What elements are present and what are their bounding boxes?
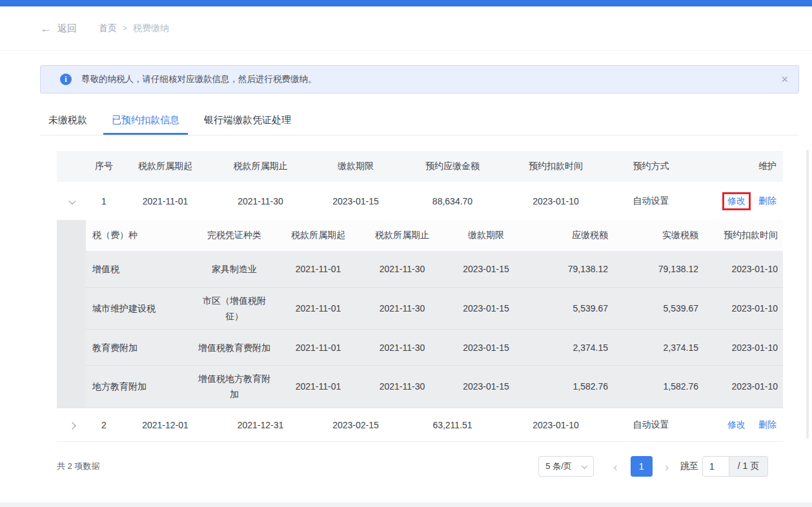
main-table-header: 序号 税款所属期起 税款所属期止 缴款期限 预约应缴金额 预约扣款时间 预约方式… [57, 151, 783, 182]
detail-cell: 2021-11-30 [360, 379, 444, 394]
cell-method: 自动设置 [607, 419, 695, 431]
detail-header-paid: 实缴税额 [612, 230, 702, 241]
cell-deadline: 2023-01-15 [310, 196, 401, 206]
detail-cell: 城市维护建设税 [86, 301, 192, 316]
detail-header-period-end: 税款所属期止 [360, 230, 444, 241]
detail-cell: 2023-01-15 [444, 301, 528, 316]
cell-reserved-amount: 63,211.51 [401, 420, 504, 430]
detail-cell: 2023-01-10 [702, 340, 783, 355]
detail-cell: 2021-11-30 [360, 301, 444, 316]
header-cell-seq: 序号 [88, 161, 120, 172]
breadcrumb-home[interactable]: 首页 [99, 23, 117, 34]
info-alert: i 尊敬的纳税人，请仔细核对应缴款信息，然后进行税费缴纳。 × [40, 65, 799, 94]
detail-row: 教育费附加 增值税教育费附加 2021-11-01 2021-11-30 202… [86, 329, 783, 365]
table-row-2: 2 2021-12-01 2021-12-31 2023-02-15 63,21… [57, 408, 783, 442]
detail-cell: 2021-11-01 [276, 261, 360, 277]
jump-group: / 1 页 [702, 456, 768, 477]
detail-cell: 2021-11-30 [360, 340, 444, 355]
cell-deadline: 2023-02-15 [310, 420, 401, 430]
header-cell-deduct-time: 预约扣款时间 [504, 161, 607, 172]
header-cell-method: 预约方式 [607, 161, 695, 172]
breadcrumb-separator-icon: > [123, 24, 127, 33]
detail-cell: 2021-11-30 [360, 261, 444, 277]
alert-close-icon[interactable]: × [781, 74, 788, 85]
detail-cell: 教育费附加 [86, 340, 192, 355]
page-size-select[interactable]: 5 条/页 [538, 456, 594, 477]
total-count: 共 2 项数据 [57, 461, 99, 472]
main-table: 序号 税款所属期起 税款所属期止 缴款期限 预约应缴金额 预约扣款时间 预约方式… [57, 151, 783, 442]
detail-cell: 2023-01-15 [444, 340, 528, 355]
table-footer: 共 2 项数据 5 条/页 ‹ 1 › 跳至 / 1 页 [57, 456, 768, 477]
detail-cell: 地方教育附加 [86, 379, 192, 394]
cell-period-start: 2021-12-01 [120, 420, 210, 430]
tab-unpaid-taxes[interactable]: 未缴税款 [40, 106, 96, 135]
detail-cell: 5,539.67 [612, 301, 702, 316]
detail-cell: 79,138.12 [612, 261, 702, 277]
edit-highlight-box: 修改 [722, 192, 751, 210]
bottom-edge [0, 502, 812, 507]
detail-row: 地方教育附加 增值税地方教育附加 2021-11-01 2021-11-30 2… [86, 365, 783, 407]
detail-header-voucher-type: 完税凭证种类 [192, 230, 276, 241]
edit-link[interactable]: 修改 [727, 419, 746, 430]
header-cell-reserved-amount: 预约应缴金额 [401, 161, 504, 172]
breadcrumb-current: 税费缴纳 [133, 23, 169, 34]
expand-chevron-right-icon[interactable] [68, 422, 76, 429]
detail-cell: 2023-01-10 [702, 301, 783, 316]
breadcrumb: 首页 > 税费缴纳 [99, 23, 169, 34]
detail-cell: 增值税地方教育附加 [192, 371, 276, 402]
cell-method: 自动设置 [607, 195, 695, 207]
detail-row: 城市维护建设税 市区（增值税附征） 2021-11-01 2021-11-30 … [86, 287, 783, 329]
cell-reserved-amount: 88,634.70 [401, 196, 504, 206]
detail-table-header: 税（费）种 完税凭证种类 税款所属期起 税款所属期止 缴款期限 应缴税额 实缴税… [86, 220, 783, 251]
detail-cell: 增值税 [86, 261, 192, 277]
prev-page-button[interactable]: ‹ [613, 461, 617, 473]
detail-header-payable: 应缴税额 [528, 230, 612, 241]
info-icon: i [60, 74, 72, 85]
detail-cell: 1,582.76 [528, 379, 612, 394]
total-pages-suffix: / 1 页 [729, 456, 768, 477]
detail-cell: 2021-11-01 [276, 301, 360, 316]
cell-period-end: 2021-11-30 [210, 196, 310, 206]
cell-seq: 1 [88, 196, 120, 206]
page-1-button[interactable]: 1 [631, 456, 653, 477]
header-cell-maintain: 维护 [695, 161, 783, 172]
scrollbar-thumb[interactable] [806, 150, 809, 439]
detail-cell: 市区（增值税附征） [192, 293, 276, 324]
table-row-1: 1 2021-11-01 2021-11-30 2023-01-15 88,63… [57, 182, 783, 220]
detail-cell: 家具制造业 [192, 261, 276, 277]
detail-cell: 2,374.15 [528, 340, 612, 355]
expanded-detail-section: 税（费）种 完税凭证种类 税款所属期起 税款所属期止 缴款期限 应缴税额 实缴税… [57, 220, 783, 408]
cell-period-start: 2021-11-01 [120, 196, 210, 206]
delete-link[interactable]: 删除 [758, 195, 776, 206]
header-cell-deadline: 缴款期限 [310, 161, 401, 172]
tab-reserved-deduction-info[interactable]: 已预约扣款信息 [103, 106, 188, 135]
detail-gutter [57, 220, 86, 407]
cell-period-end: 2021-12-31 [210, 420, 310, 430]
detail-cell: 2,374.15 [612, 340, 702, 355]
back-label: 返回 [57, 23, 77, 35]
edit-link[interactable]: 修改 [727, 195, 746, 206]
detail-cell: 2021-11-01 [276, 340, 360, 355]
detail-cell: 2023-01-15 [444, 379, 528, 394]
detail-cell: 1,582.76 [612, 379, 702, 394]
chevron-down-icon [582, 462, 588, 469]
detail-cell: 2021-11-01 [276, 379, 360, 394]
collapse-chevron-down-icon[interactable] [68, 197, 76, 204]
detail-table: 税（费）种 完税凭证种类 税款所属期起 税款所属期止 缴款期限 应缴税额 实缴税… [86, 220, 783, 407]
detail-cell: 2023-01-10 [702, 379, 783, 394]
back-button[interactable]: ← 返回 [40, 23, 77, 35]
pagination: 5 条/页 ‹ 1 › 跳至 / 1 页 [538, 456, 768, 477]
tab-bank-voucher-processing[interactable]: 银行端缴款凭证处理 [196, 106, 299, 135]
page-size-value: 5 条/页 [545, 461, 571, 472]
next-page-button[interactable]: › [665, 461, 669, 473]
detail-cell: 增值税教育费附加 [192, 340, 276, 355]
header-cell-period-start: 税款所属期起 [120, 161, 210, 172]
delete-link[interactable]: 删除 [758, 419, 776, 430]
cell-deduct-time: 2023-01-10 [504, 196, 607, 206]
back-arrow-icon: ← [40, 23, 52, 34]
jump-page-input[interactable] [702, 456, 729, 477]
detail-header-period-start: 税款所属期起 [276, 230, 360, 241]
detail-cell: 79,138.12 [528, 261, 612, 277]
detail-header-deadline: 缴款期限 [444, 230, 528, 241]
page-header: ← 返回 首页 > 税费缴纳 [0, 6, 812, 51]
